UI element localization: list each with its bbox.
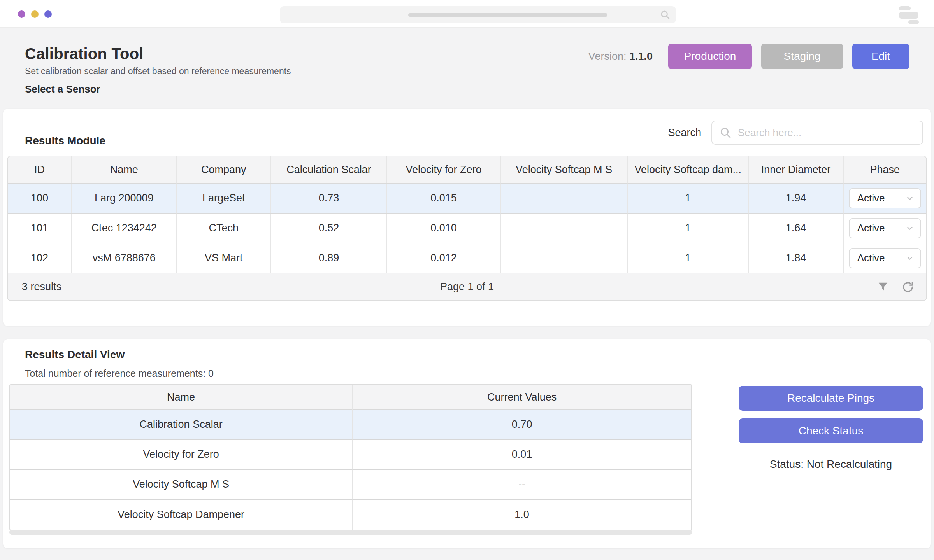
column-header-id: ID	[8, 156, 72, 184]
detail-row[interactable]: Velocity for Zero 0.01	[10, 440, 691, 470]
search-label: Search	[668, 127, 701, 139]
detail-table: Name Current Values Calibration Scalar 0…	[9, 384, 692, 530]
cell-company: VS Mart	[177, 243, 271, 273]
window-dot-minimize[interactable]	[31, 10, 39, 18]
detail-row[interactable]: Velocity Softcap Dampener 1.0	[10, 500, 691, 530]
cell-velocity-softcap-ms	[501, 243, 628, 273]
chevron-down-icon	[906, 194, 914, 203]
page-subtitle: Set calibration scalar and offset based …	[25, 66, 291, 77]
detail-value: 0.70	[353, 410, 691, 440]
status-text: Status: Not Recalculating	[739, 458, 923, 471]
cell-velocity-softcap-dampener: 1	[628, 184, 749, 214]
cell-inner-diameter: 1.94	[749, 184, 843, 214]
detail-name: Velocity Softcap M S	[10, 470, 353, 500]
select-sensor-label: Select a Sensor	[25, 83, 100, 95]
edit-button[interactable]: Edit	[852, 44, 909, 69]
cell-velocity-for-zero: 0.012	[387, 243, 501, 273]
detail-row[interactable]: Velocity Softcap M S --	[10, 470, 691, 500]
results-table-footer: 3 results Page 1 of 1	[8, 273, 926, 300]
detail-view-subtitle: Total number of reference measurements: …	[25, 368, 214, 379]
search-input[interactable]	[711, 121, 923, 145]
results-table-header: ID Name Company Calculation Scalar Veloc…	[8, 156, 926, 184]
browser-address-bar[interactable]	[280, 6, 676, 23]
cell-inner-diameter: 1.64	[749, 214, 843, 243]
column-header-name: Name	[72, 156, 177, 184]
column-header-company: Company	[177, 156, 271, 184]
results-count: 3 results	[22, 281, 61, 293]
staging-button[interactable]: Staging	[761, 44, 843, 69]
detail-table-scrollbar[interactable]	[9, 530, 692, 535]
cell-id: 101	[8, 214, 72, 243]
phase-select[interactable]: Active	[849, 188, 921, 208]
detail-view-title: Results Detail View	[25, 348, 125, 361]
detail-name: Calibration Scalar	[10, 410, 353, 440]
cell-velocity-softcap-ms	[501, 184, 628, 214]
refresh-icon[interactable]	[902, 281, 914, 293]
version-label: Version:	[588, 51, 627, 62]
address-search-icon	[660, 9, 671, 20]
window-controls	[18, 10, 52, 18]
column-header-phase: Phase	[844, 156, 926, 184]
address-text-redacted	[408, 13, 607, 17]
table-row[interactable]: 100 Larg 200009 LargeSet 0.73 0.015 1 1.…	[8, 184, 926, 214]
window-dot-maximize[interactable]	[44, 10, 52, 18]
cell-id: 102	[8, 243, 72, 273]
results-module-title: Results Module	[25, 135, 105, 147]
cell-id: 100	[8, 184, 72, 214]
results-module-card: Results Module Search ID Name Company Ca…	[3, 109, 931, 326]
cell-name: vsM 6788676	[72, 243, 177, 273]
detail-column-current-values: Current Values	[353, 385, 691, 410]
browser-chrome	[0, 0, 934, 28]
detail-value: --	[353, 470, 691, 500]
detail-name: Velocity Softcap Dampener	[10, 500, 353, 530]
cell-velocity-for-zero: 0.015	[387, 184, 501, 214]
cell-company: CTech	[177, 214, 271, 243]
detail-value: 1.0	[353, 500, 691, 530]
detail-name: Velocity for Zero	[10, 440, 353, 470]
cell-inner-diameter: 1.84	[749, 243, 843, 273]
cell-calculation-scalar: 0.73	[271, 184, 387, 214]
page-info: Page 1 of 1	[440, 281, 494, 293]
column-header-velocity-softcap-ms: Velocity Softcap M S	[501, 156, 628, 184]
detail-row[interactable]: Calibration Scalar 0.70	[10, 410, 691, 440]
chevron-down-icon	[906, 224, 914, 233]
table-row[interactable]: 101 Ctec 1234242 CTech 0.52 0.010 1 1.64…	[8, 214, 926, 243]
header-actions: Version: 1.1.0 Production Staging Edit	[588, 44, 909, 69]
column-header-calculation-scalar: Calculation Scalar	[271, 156, 387, 184]
window-dot-close[interactable]	[18, 10, 25, 18]
phase-select[interactable]: Active	[849, 248, 921, 268]
cell-company: LargeSet	[177, 184, 271, 214]
phase-value: Active	[857, 192, 885, 204]
phase-value: Active	[857, 252, 885, 264]
chevron-down-icon	[906, 254, 914, 262]
detail-table-header: Name Current Values	[10, 385, 691, 410]
detail-value: 0.01	[353, 440, 691, 470]
cell-velocity-softcap-ms	[501, 214, 628, 243]
table-row[interactable]: 102 vsM 6788676 VS Mart 0.89 0.012 1 1.8…	[8, 243, 926, 273]
phase-select[interactable]: Active	[849, 218, 921, 238]
cell-velocity-for-zero: 0.010	[387, 214, 501, 243]
column-header-velocity-softcap-dampener: Velocity Softcap dam...	[628, 156, 749, 184]
phase-value: Active	[857, 222, 885, 234]
browser-menu-icon[interactable]	[899, 6, 921, 23]
version-value: 1.1.0	[629, 51, 653, 62]
search-icon	[719, 126, 732, 139]
results-detail-card: Results Detail View Total number of refe…	[3, 339, 931, 548]
calibration-tool-app: Calibration Tool Set calibration scalar …	[0, 0, 934, 560]
column-header-velocity-for-zero: Velocity for Zero	[387, 156, 501, 184]
detail-column-name: Name	[10, 385, 353, 410]
production-button[interactable]: Production	[668, 44, 752, 69]
filter-icon[interactable]	[877, 281, 889, 293]
check-status-button[interactable]: Check Status	[739, 418, 923, 443]
column-header-inner-diameter: Inner Diameter	[749, 156, 843, 184]
results-table: ID Name Company Calculation Scalar Veloc…	[7, 156, 927, 301]
cell-name: Ctec 1234242	[72, 214, 177, 243]
cell-velocity-softcap-dampener: 1	[628, 243, 749, 273]
page-title: Calibration Tool	[25, 45, 144, 63]
recalculate-pings-button[interactable]: Recalculate Pings	[739, 386, 923, 411]
cell-calculation-scalar: 0.52	[271, 214, 387, 243]
version-text: Version: 1.1.0	[588, 51, 653, 63]
cell-velocity-softcap-dampener: 1	[628, 214, 749, 243]
search-area: Search	[668, 121, 923, 145]
cell-name: Larg 200009	[72, 184, 177, 214]
